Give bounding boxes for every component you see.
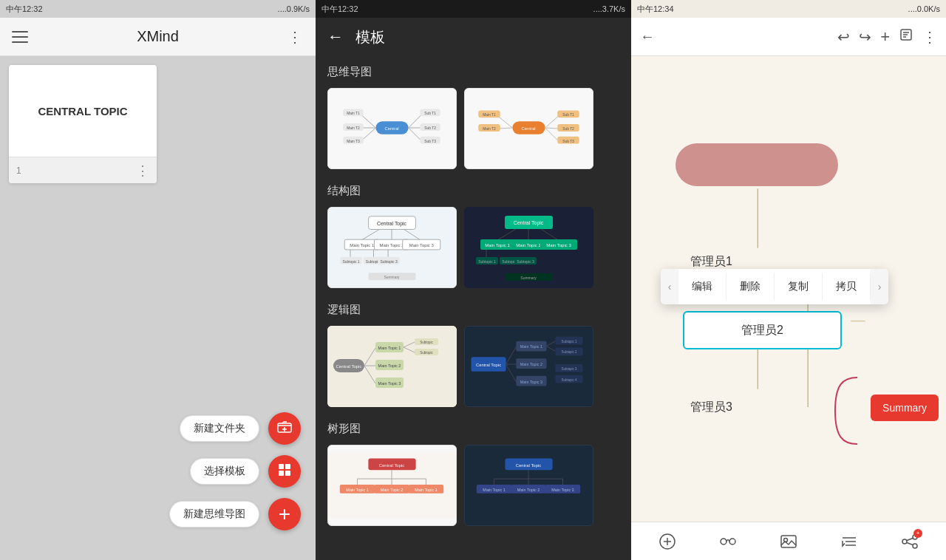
node-admin3[interactable]: 管理员3 (690, 400, 732, 415)
template-thumb-mind-2[interactable]: Central Main T1 Main T2 Sub T1 Sub T2 (464, 88, 593, 169)
context-menu-edit[interactable]: 编辑 (678, 273, 726, 301)
context-menu-next[interactable]: › (871, 269, 888, 304)
signal-1: ....0.9K/s (278, 4, 310, 13)
grid-icon (277, 462, 292, 481)
undo-icon[interactable]: ↩ (837, 28, 850, 46)
template-row-tree: Central Topic Main Topic 1 Main Topic 2 … (327, 445, 619, 526)
panel3-toolbar: ← ↩ ↪ + ⋮ (631, 18, 946, 56)
share-icon[interactable]: + (896, 527, 924, 556)
image-icon[interactable] (775, 527, 803, 556)
context-menu-delete[interactable]: 删除 (726, 273, 775, 301)
svg-text:Summary: Summary (384, 276, 400, 279)
svg-text:Main Topic 3: Main Topic 3 (520, 380, 542, 384)
template-thumb-struct-2[interactable]: Central Topic Main Topic 1 Main Topic 2 … (464, 207, 593, 288)
svg-point-180 (913, 544, 917, 548)
add-topic-icon[interactable] (653, 527, 681, 556)
editor-canvas[interactable]: 管理员1 管理员2 管理员3 Summary ‹ 编辑 删除 复制 拷贝 › (631, 56, 946, 522)
svg-text:Main Topic 3: Main Topic 3 (409, 243, 435, 247)
template-row-mind-map: Central Main T1 Main T2 Main T3 (327, 88, 619, 169)
status-bar-1: 中午12:32 ....0.9K/s (0, 0, 316, 18)
section-tree: 树形图 Central Topic Main Topic 1 (327, 422, 619, 526)
svg-text:Main Topic 1: Main Topic 1 (378, 346, 401, 350)
svg-text:Main Topic 3: Main Topic 3 (378, 381, 401, 386)
template-thumb-tree-2[interactable]: Central Topic Main Topic 1 Main Topic 2 … (464, 445, 593, 526)
context-menu-copy[interactable]: 复制 (775, 273, 823, 301)
new-mindmap-button[interactable]: 新建思维导图 (169, 501, 259, 527)
section-title-logic: 逻辑图 (327, 303, 619, 317)
svg-text:Main Topic 1: Main Topic 1 (346, 488, 368, 492)
time-2: 中午12:32 (321, 4, 358, 15)
node-summary[interactable]: Summary (871, 395, 939, 421)
node-central[interactable] (676, 143, 838, 186)
svg-text:Main Topic 2: Main Topic 2 (381, 488, 403, 492)
svg-text:Central Topic: Central Topic (377, 221, 406, 227)
choose-template-button[interactable]: 选择模板 (190, 458, 259, 485)
panel3-bottom-toolbar: + (631, 522, 946, 560)
new-folder-icon-button[interactable] (268, 412, 301, 445)
svg-text:Central: Central (385, 126, 399, 131)
svg-text:Sub T1: Sub T1 (424, 112, 436, 115)
svg-text:Central Topic: Central Topic (476, 363, 501, 367)
indent-icon[interactable] (835, 527, 863, 556)
svg-text:Subtopic: Subtopic (420, 341, 433, 344)
template-thumb-logic-1[interactable]: Central Topic Main Topic 1 Main Topic 2 … (327, 326, 457, 407)
svg-text:Subtopic 1: Subtopic 1 (342, 260, 359, 264)
section-structure: 结构图 Central Topic Main Topic 1 Main Topi… (327, 184, 619, 288)
app-title: XMind (137, 28, 179, 45)
page-number: 1 (16, 165, 21, 176)
panel1-toolbar: XMind ⋮ (0, 18, 316, 56)
template-thumb-tree-1[interactable]: Central Topic Main Topic 1 Main Topic 2 … (327, 445, 457, 526)
redo-icon[interactable]: ↪ (859, 28, 871, 46)
more-icon-editor[interactable]: ⋮ (922, 28, 937, 46)
node-admin2[interactable]: 管理员2 (683, 311, 842, 349)
template-list: 思维导图 Central Main T1 Main T2 (316, 56, 631, 560)
context-menu-prev[interactable]: ‹ (661, 269, 678, 304)
svg-text:Subtopic 1: Subtopic 1 (562, 340, 577, 344)
file-preview: CENTRAL TOPIC (9, 65, 157, 157)
style-icon[interactable] (899, 27, 913, 46)
file-more-icon[interactable]: ⋮ (136, 163, 149, 179)
more-options-icon[interactable]: ⋮ (287, 28, 304, 46)
section-logic: 逻辑图 Central Topic Main Topic 1 Main Topi… (327, 303, 619, 407)
svg-text:Main Topic 2: Main Topic 2 (378, 363, 401, 368)
add-node-icon[interactable]: + (880, 27, 890, 47)
summary-bracket (828, 374, 861, 448)
section-title-tree: 树形图 (327, 422, 619, 436)
template-thumb-struct-1[interactable]: Central Topic Main Topic 1 Main Topic 2 … (327, 207, 457, 288)
folder-plus-icon (276, 419, 293, 438)
back-button[interactable]: ← (327, 27, 344, 47)
svg-text:Main Topic 2: Main Topic 2 (380, 243, 404, 247)
panel-editor: 中午12:34 ....0.0K/s ← ↩ ↪ + ⋮ (631, 0, 946, 560)
svg-text:Main T2: Main T2 (347, 126, 360, 130)
panel2-toolbar: ← 模板 (316, 18, 631, 56)
connection-icon[interactable] (714, 527, 742, 556)
svg-text:Main Topic 1: Main Topic 1 (350, 243, 374, 247)
svg-rect-173 (781, 536, 796, 547)
panel-templates: 中午12:32 ....3.7K/s ← 模板 思维导图 Central (316, 0, 631, 560)
context-menu-paste[interactable]: 拷贝 (823, 273, 871, 301)
action-buttons: 新建文件夹 选择模板 (169, 412, 301, 530)
svg-text:Main T1: Main T1 (483, 113, 496, 117)
new-mindmap-row: 新建思维导图 + (169, 498, 301, 530)
new-folder-button[interactable]: 新建文件夹 (180, 415, 259, 442)
template-thumb-logic-2[interactable]: Central Topic Main Topic 1 Main Topic 2 … (464, 326, 593, 407)
node-admin1[interactable]: 管理员1 (690, 254, 732, 270)
svg-text:Main T1: Main T1 (347, 112, 360, 115)
template-thumb-mind-1[interactable]: Central Main T1 Main T2 Main T3 (327, 88, 457, 169)
svg-text:Main Topic 2: Main Topic 2 (517, 488, 540, 492)
back-button-editor[interactable]: ← (640, 28, 655, 45)
svg-text:Subtopic 1: Subtopic 1 (478, 259, 496, 264)
svg-text:Main T2: Main T2 (483, 127, 496, 131)
choose-template-icon-button[interactable] (268, 455, 301, 488)
svg-rect-6 (285, 471, 290, 476)
svg-text:Main Topic 3: Main Topic 3 (415, 488, 437, 492)
svg-text:Main Topic 1: Main Topic 1 (520, 344, 542, 349)
svg-text:Subtopic 2: Subtopic 2 (562, 350, 577, 354)
file-card[interactable]: CENTRAL TOPIC 1 ⋮ (9, 65, 157, 183)
share-badge: + (913, 529, 922, 538)
section-title-mind-map: 思维导图 (327, 65, 619, 79)
signal-3: ....0.0K/s (908, 4, 940, 13)
hamburger-icon[interactable] (12, 31, 28, 43)
svg-rect-3 (279, 464, 284, 469)
new-mindmap-icon-button[interactable]: + (268, 498, 301, 530)
